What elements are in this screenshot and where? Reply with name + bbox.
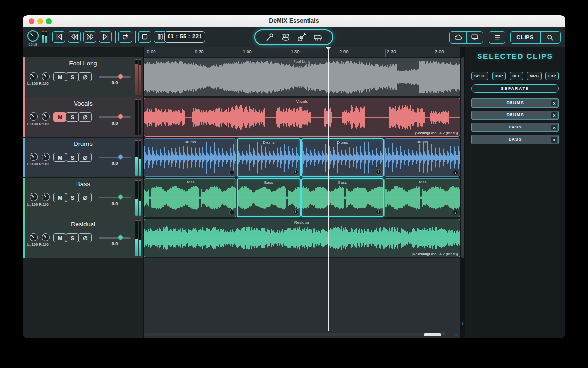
cloud-button[interactable]	[450, 32, 466, 43]
fast-forward-button[interactable]	[83, 31, 96, 43]
clip-residual[interactable]: Residual [Residual][Local][4.2 (latest)]	[144, 219, 460, 257]
display-button[interactable]	[466, 32, 483, 43]
clip-info-badge[interactable]: i	[229, 170, 234, 175]
add-track-icon[interactable]: +	[460, 321, 465, 327]
zoom-fit-icon[interactable]: ↔	[453, 330, 459, 337]
clip-info-badge[interactable]: i	[453, 170, 458, 175]
selected-clip-item[interactable]: DRUMS X	[471, 98, 559, 108]
clip-drums-4[interactable]: Drums i	[384, 138, 460, 177]
volume-slider-thumb[interactable]	[117, 154, 124, 160]
pan-knob[interactable]	[42, 72, 50, 80]
clip-bass-4[interactable]: Bass i	[384, 178, 460, 217]
clip-info-badge[interactable]: i	[376, 209, 381, 215]
selected-clip-item[interactable]: DRUMS X	[471, 111, 559, 120]
mute-button[interactable]: M	[53, 72, 66, 81]
delete-button[interactable]: DEL	[510, 72, 523, 80]
playhead-line[interactable]	[328, 50, 329, 331]
clip-info-badge[interactable]: i	[293, 209, 298, 215]
horizontal-scrollbar-handle[interactable]	[424, 333, 441, 336]
volume-slider[interactable]	[99, 197, 131, 198]
clip-drums-2-selected[interactable]: Drums i	[237, 138, 301, 177]
selected-clip-item[interactable]: BASS X	[471, 135, 559, 144]
stop-button[interactable]	[138, 31, 151, 43]
clip-bass-3-selected[interactable]: Bass i	[301, 178, 384, 217]
pan-knob[interactable]	[42, 193, 50, 201]
track-buttons: M S ∅	[53, 193, 92, 202]
zoom-out-icon[interactable]: −	[448, 330, 450, 337]
clip-info-badge[interactable]: i	[229, 210, 234, 215]
clip-label: Fool Long	[144, 59, 460, 64]
volume-slider-thumb[interactable]	[117, 194, 124, 200]
gain-knob[interactable]	[30, 233, 38, 241]
piano-icon[interactable]	[312, 32, 323, 42]
clip-drums-1[interactable]: Drums i	[144, 138, 236, 177]
zoom-in-icon[interactable]: +	[442, 330, 445, 337]
clip-bass-2-selected[interactable]: Bass i	[237, 178, 301, 217]
drum-kit-icon[interactable]	[280, 32, 291, 42]
gain-knob[interactable]	[30, 112, 38, 121]
solo-button[interactable]: S	[66, 153, 79, 162]
mute-button[interactable]: M	[53, 233, 66, 242]
menu-button[interactable]	[489, 31, 505, 44]
selected-clip-item[interactable]: BASS X	[471, 123, 559, 132]
clip-vocals[interactable]: Vocals [Vocals][Local][4.2 (latest)]	[144, 98, 460, 137]
remove-clip-button[interactable]: X	[551, 136, 557, 143]
solo-button[interactable]: S	[66, 193, 79, 202]
volume-slider[interactable]	[99, 237, 131, 239]
mute-button[interactable]: M	[53, 112, 66, 122]
clip-fool-long[interactable]: Fool Long	[144, 58, 460, 96]
vertical-scrollbar[interactable]: +	[460, 47, 465, 338]
phase-button[interactable]: ∅	[78, 112, 92, 122]
titlebar[interactable]: DeMIX Essentials	[23, 15, 565, 27]
pan-knob[interactable]	[42, 153, 50, 161]
gain-knob[interactable]	[30, 153, 38, 161]
solo-button[interactable]: S	[66, 72, 79, 81]
pan-knob[interactable]	[42, 112, 50, 121]
volume-slider-thumb[interactable]	[117, 73, 124, 80]
phase-button[interactable]: ∅	[78, 233, 92, 242]
volume-slider[interactable]	[99, 76, 131, 78]
volume-slider-thumb[interactable]	[117, 113, 124, 120]
playhead-marker[interactable]	[326, 47, 331, 50]
solo-button[interactable]: S	[66, 233, 79, 242]
volume-slider[interactable]	[99, 116, 131, 118]
clip-info-badge[interactable]: i	[376, 169, 381, 175]
loop-button[interactable]	[118, 31, 132, 43]
vertical-scrollbar-handle[interactable]	[461, 57, 464, 258]
clips-button[interactable]: CLIPS	[511, 32, 540, 43]
volume-slider[interactable]	[99, 157, 131, 158]
phase-button[interactable]: ∅	[78, 153, 92, 162]
gain-knob[interactable]	[30, 72, 38, 80]
rewind-button[interactable]	[68, 31, 81, 43]
phase-button[interactable]: ∅	[78, 193, 92, 202]
master-volume-knob[interactable]	[27, 30, 39, 42]
clip-bass-1[interactable]: Bass i	[144, 178, 236, 217]
volume-slider-thumb[interactable]	[117, 234, 124, 240]
track-level-meter	[135, 220, 141, 256]
remove-clip-button[interactable]: X	[551, 112, 557, 119]
skip-end-button[interactable]	[99, 31, 112, 43]
horizontal-scrollbar[interactable]	[144, 333, 442, 336]
clip-info-badge[interactable]: i	[293, 169, 298, 175]
separate-button[interactable]: SEPARATE	[471, 84, 559, 93]
pan-knob[interactable]	[42, 233, 50, 241]
clip-drums-3-selected[interactable]: Drums i	[301, 138, 384, 177]
gain-knob[interactable]	[30, 193, 38, 201]
clip-info-badge[interactable]: i	[453, 210, 458, 215]
remove-clip-button[interactable]: X	[551, 100, 557, 107]
stem-selector[interactable]	[254, 29, 333, 45]
duplicate-button[interactable]: DUP	[492, 72, 506, 80]
mute-button[interactable]: M	[53, 193, 66, 202]
phase-button[interactable]: ∅	[78, 72, 92, 81]
export-button[interactable]: EXP	[545, 72, 559, 80]
mute-button[interactable]: M	[53, 153, 66, 162]
solo-button[interactable]: S	[66, 112, 79, 122]
skip-start-button[interactable]	[52, 31, 65, 43]
timeline-ruler[interactable]: 0:00 0:30 1:00 1:30 2:00 2:30 3:00	[144, 47, 460, 57]
split-button[interactable]: SPLIT	[471, 72, 488, 80]
microphone-icon[interactable]	[264, 32, 275, 42]
guitar-icon[interactable]	[296, 32, 307, 42]
search-button[interactable]	[540, 32, 560, 43]
remove-clip-button[interactable]: X	[551, 124, 557, 131]
merge-button[interactable]: MRG	[527, 72, 542, 80]
